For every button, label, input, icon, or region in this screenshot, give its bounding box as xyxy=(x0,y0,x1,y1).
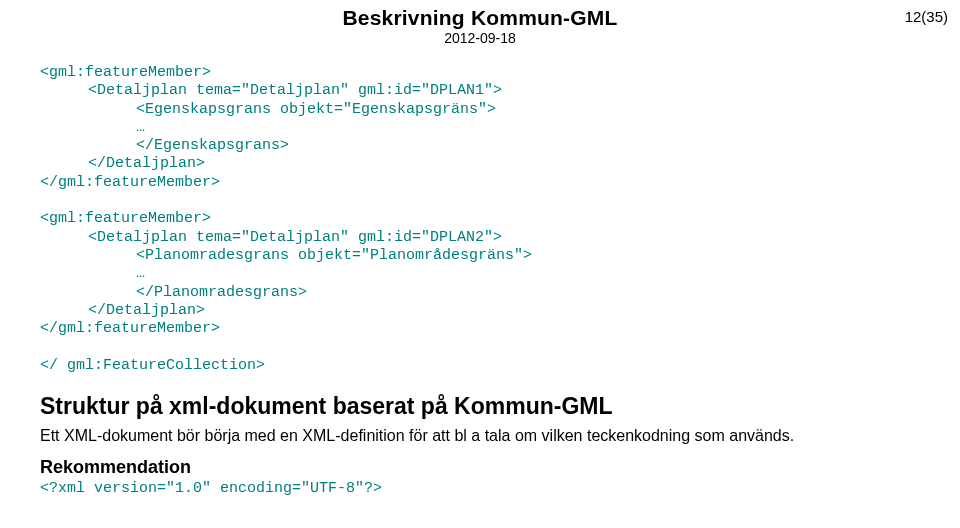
code-line: <Detaljplan tema="Detaljplan" gml:id="DP… xyxy=(40,229,502,247)
page-number: 12(35) xyxy=(905,8,948,25)
code-line: … xyxy=(40,265,145,283)
code-line: <gml:featureMember> xyxy=(40,210,211,227)
code-line: </Egenskapsgrans> xyxy=(40,137,289,155)
document-date: 2012-09-18 xyxy=(0,30,960,46)
code-line: </gml:featureMember> xyxy=(40,320,220,337)
recommendation-heading: Rekommendation xyxy=(40,457,920,478)
code-line: <Egenskapsgrans objekt="Egenskapsgräns"> xyxy=(40,101,496,119)
document-title: Beskrivning Kommun-GML xyxy=(0,6,960,30)
section-paragraph: Ett XML-dokument bör börja med en XML-de… xyxy=(40,426,920,447)
xml-code-block: <gml:featureMember> <Detaljplan tema="De… xyxy=(40,64,920,375)
code-line: </Detaljplan> xyxy=(40,155,205,173)
page: Beskrivning Kommun-GML 2012-09-18 12(35)… xyxy=(0,0,960,528)
code-line: <Detaljplan tema="Detaljplan" gml:id="DP… xyxy=(40,82,502,100)
code-line: </ gml:FeatureCollection> xyxy=(40,357,265,374)
code-line: </Planomradesgrans> xyxy=(40,284,307,302)
code-line: </gml:featureMember> xyxy=(40,174,220,191)
recommendation-code: <?xml version="1.0" encoding="UTF-8"?> xyxy=(40,480,920,497)
code-line: <gml:featureMember> xyxy=(40,64,211,81)
content-area: <gml:featureMember> <Detaljplan tema="De… xyxy=(40,64,920,497)
section-heading: Struktur på xml-dokument baserat på Komm… xyxy=(40,393,920,420)
code-line: … xyxy=(40,119,145,137)
code-line: <Planomradesgrans objekt="Planområdesgrä… xyxy=(40,247,532,265)
code-line: </Detaljplan> xyxy=(40,302,205,320)
